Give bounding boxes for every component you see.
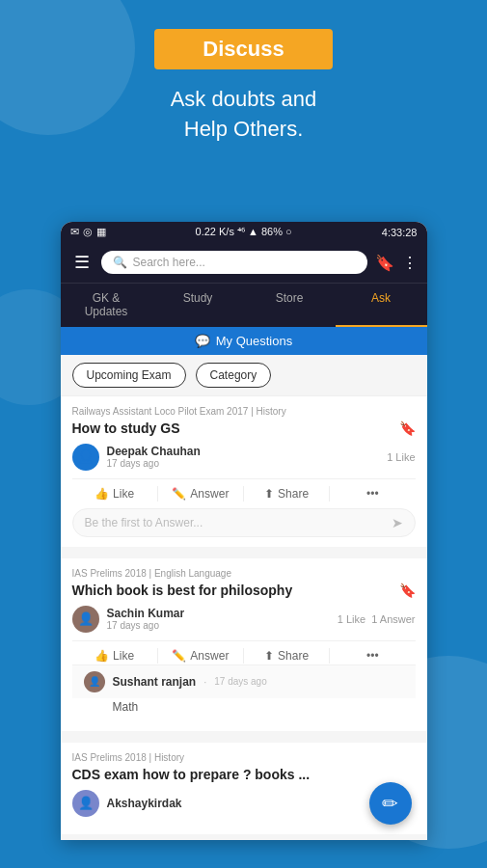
question-2-likes: 1 Like 1 Answer: [338, 613, 416, 625]
my-questions-label: My Questions: [216, 334, 292, 348]
question-1-author: Deepak Chauhan: [107, 445, 380, 458]
question-2-title: Which book is best for philosophy: [72, 583, 392, 598]
comment-body: Math: [72, 698, 416, 721]
comment-avatar: 👤: [84, 671, 105, 692]
question-2-author: Sachin Kumar: [107, 607, 330, 620]
status-time: 4:33:28: [382, 227, 418, 238]
comment-dot: ·: [203, 676, 206, 688]
tab-bar: GK &Updates Study Store Ask: [61, 283, 427, 327]
hamburger-menu[interactable]: ☰: [70, 250, 94, 275]
search-box[interactable]: 🔍 Search here...: [101, 251, 367, 274]
search-icon: 🔍: [113, 256, 127, 269]
question-1-bookmark[interactable]: 🔖: [399, 420, 416, 436]
question-1-time: 17 days ago: [107, 458, 380, 469]
filter-tabs: Upcoming Exam Category: [61, 355, 427, 396]
my-questions-bar[interactable]: 💬 My Questions: [61, 327, 427, 355]
network-type: ⁴⁶: [237, 226, 245, 237]
tab-store[interactable]: Store: [244, 284, 336, 327]
question-1-title: How to study GS: [72, 420, 392, 436]
question-3-user-row: 👤 Akshaykirdak: [72, 790, 416, 817]
like-label-2: Like: [113, 649, 134, 663]
question-1-avatar: 👤: [72, 444, 99, 471]
question-2-time: 17 days ago: [107, 620, 330, 631]
question-2-share-btn[interactable]: ⬆ Share: [244, 647, 329, 665]
like-icon: 👍: [95, 487, 109, 501]
share-icon-2: ⬆: [264, 649, 274, 663]
question-1-more-btn[interactable]: •••: [330, 485, 415, 502]
comment-time: 17 days ago: [214, 676, 267, 687]
pencil-icon: ✏️: [172, 487, 186, 501]
more-options-icon[interactable]: ⋮: [402, 254, 418, 272]
battery-percent: 86%: [261, 226, 283, 237]
comment-author: Sushant ranjan: [113, 675, 197, 689]
bookmark-nav-icon[interactable]: 🔖: [375, 254, 394, 272]
filter-upcoming-exam[interactable]: Upcoming Exam: [72, 363, 186, 388]
question-2-user-info: Sachin Kumar 17 days ago: [107, 607, 330, 631]
question-2-meta: IAS Prelims 2018 | English Language: [72, 568, 416, 579]
search-placeholder: Search here...: [133, 256, 205, 269]
question-1-user-row: 👤 Deepak Chauhan 17 days ago 1 Like: [72, 444, 416, 471]
answer-label-2: Answer: [190, 649, 229, 663]
question-card-1: Railways Assistant Loco Pilot Exam 2017 …: [61, 396, 427, 547]
question-card-3: IAS Prelims 2018 | History CDS exam how …: [61, 743, 427, 834]
tagline-line1: Ask doubts and: [171, 87, 317, 111]
battery-icon: ○: [285, 226, 292, 237]
share-label-2: Share: [278, 649, 309, 663]
tab-study[interactable]: Study: [152, 284, 244, 327]
question-1-like-btn[interactable]: 👍 Like: [72, 485, 157, 502]
signal-icon: ▲: [248, 226, 258, 237]
answer-label: Answer: [190, 487, 229, 501]
status-center: 0.22 K/s ⁴⁶ ▲ 86% ○: [196, 226, 292, 238]
question-2-avatar: 👤: [72, 606, 99, 633]
question-2-like-btn[interactable]: 👍 Like: [72, 647, 157, 665]
question-1-actions: 👍 Like ✏️ Answer ⬆ Share •••: [72, 478, 416, 502]
question-2-comment: 👤 Sushant ranjan · 17 days ago: [72, 665, 416, 698]
tab-ask[interactable]: Ask: [336, 284, 427, 327]
question-2-user-row: 👤 Sachin Kumar 17 days ago 1 Like 1 Answ…: [72, 606, 416, 633]
question-2-answer-btn[interactable]: ✏️ Answer: [158, 647, 243, 665]
phone-mockup: ✉ ◎ ▦ 0.22 K/s ⁴⁶ ▲ 86% ○ 4:33:28 ☰ 🔍 Se…: [61, 222, 427, 840]
nav-icons: 🔖 ⋮: [375, 254, 418, 272]
question-1-likes: 1 Like: [387, 451, 415, 463]
question-2-more-btn[interactable]: •••: [330, 647, 415, 665]
question-1-user-info: Deepak Chauhan 17 days ago: [107, 445, 380, 469]
question-3-title: CDS exam how to prepare ? books ...: [72, 767, 408, 782]
tab-gk-updates[interactable]: GK &Updates: [61, 284, 152, 327]
like-label: Like: [113, 487, 134, 501]
more-icon: •••: [366, 487, 379, 501]
question-3-title-row: CDS exam how to prepare ? books ...: [72, 767, 416, 782]
question-2-title-row: Which book is best for philosophy 🔖: [72, 583, 416, 598]
questions-list: Railways Assistant Loco Pilot Exam 2017 …: [61, 396, 427, 840]
question-1-meta: Railways Assistant Loco Pilot Exam 2017 …: [72, 406, 416, 417]
question-1-title-row: How to study GS 🔖: [72, 420, 416, 436]
question-2-actions: 👍 Like ✏️ Answer ⬆ Share •••: [72, 640, 416, 665]
like-icon-2: 👍: [95, 649, 109, 663]
chat-icon: 💬: [195, 334, 210, 348]
filter-category[interactable]: Category: [196, 363, 272, 388]
question-card-2: IAS Prelims 2018 | English Language Whic…: [61, 558, 427, 731]
discuss-badge: Discuss: [154, 29, 332, 69]
pencil-icon-2: ✏️: [172, 649, 186, 663]
question-3-meta: IAS Prelims 2018 | History: [72, 752, 416, 763]
question-1-share-btn[interactable]: ⬆ Share: [244, 485, 329, 502]
nav-bar: ☰ 🔍 Search here... 🔖 ⋮: [61, 242, 427, 283]
answer-placeholder-1: Be the first to Answer...: [85, 516, 384, 529]
question-1-answer-btn[interactable]: ✏️ Answer: [158, 485, 243, 502]
question-2-bookmark[interactable]: 🔖: [399, 583, 416, 598]
share-icon: ⬆: [264, 487, 274, 501]
status-left-icons: ✉ ◎ ▦: [70, 226, 106, 238]
share-label: Share: [278, 487, 309, 501]
send-icon-1[interactable]: ➤: [392, 515, 403, 530]
more-icon-2: •••: [366, 649, 379, 663]
tagline-line2: Help Others.: [184, 117, 304, 141]
status-bar: ✉ ◎ ▦ 0.22 K/s ⁴⁶ ▲ 86% ○ 4:33:28: [61, 222, 427, 242]
question-1-answer-input[interactable]: Be the first to Answer... ➤: [72, 508, 416, 537]
mail-icon: ✉: [70, 226, 79, 238]
network-speed: 0.22 K/s: [196, 226, 234, 237]
image-icon: ▦: [96, 226, 106, 238]
fab-edit-button[interactable]: ✏: [369, 782, 412, 825]
sync-icon: ◎: [83, 226, 93, 238]
question-3-avatar: 👤: [72, 790, 99, 817]
